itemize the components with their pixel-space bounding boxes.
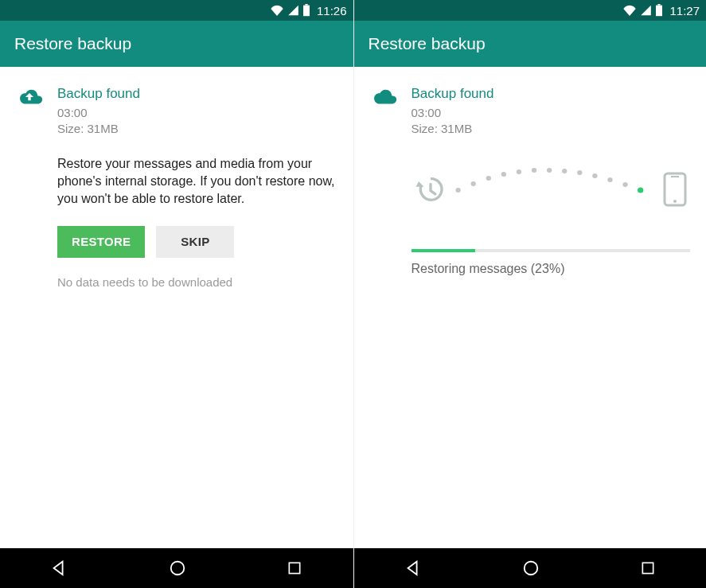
app-bar-title: Restore backup: [14, 34, 131, 53]
svg-point-16: [607, 177, 612, 182]
svg-point-18: [637, 187, 642, 193]
nav-recent-button[interactable]: [271, 552, 318, 584]
wifi-icon: [270, 5, 284, 16]
cell-signal-icon: [287, 5, 299, 16]
screen-restore-progress: 11:27 Restore backup Backup found 03:00 …: [353, 0, 707, 588]
progress-fill: [412, 249, 476, 252]
phone-icon: [663, 172, 687, 207]
transfer-dots: [450, 166, 653, 198]
content-area: Backup found 03:00 Size: 31MB: [354, 67, 707, 548]
restore-button[interactable]: RESTORE: [57, 226, 145, 258]
svg-point-7: [470, 181, 475, 186]
svg-rect-1: [305, 4, 307, 6]
progress-bar: [412, 249, 691, 252]
transfer-graphic: [412, 162, 691, 217]
cloud-upload-icon: [16, 86, 43, 289]
cell-signal-icon: [640, 5, 652, 16]
app-bar: Restore backup: [0, 21, 353, 67]
navigation-bar: [0, 548, 353, 588]
nav-home-button[interactable]: [506, 551, 556, 585]
svg-point-10: [516, 169, 521, 174]
svg-point-6: [455, 188, 460, 193]
backup-found-title: Backup found: [57, 86, 337, 102]
svg-rect-0: [303, 6, 310, 17]
svg-point-12: [546, 168, 551, 173]
svg-point-17: [622, 182, 627, 187]
no-data-text: No data needs to be downloaded: [57, 275, 337, 289]
app-bar: Restore backup: [354, 21, 707, 67]
svg-point-22: [524, 562, 537, 575]
svg-rect-4: [656, 6, 662, 17]
svg-point-2: [171, 562, 185, 575]
status-time: 11:26: [317, 4, 347, 18]
status-bar: 11:27: [354, 0, 707, 21]
nav-recent-button[interactable]: [624, 552, 672, 584]
svg-rect-23: [642, 563, 653, 573]
backup-info: Backup found 03:00 Size: 31MB Restore yo…: [57, 86, 337, 289]
progress-label: Restoring messages (23%): [412, 262, 691, 276]
skip-button[interactable]: SKIP: [156, 226, 234, 258]
backup-time: 03:00: [57, 105, 337, 121]
battery-icon: [302, 4, 310, 17]
wifi-icon: [622, 5, 637, 16]
svg-point-14: [577, 170, 582, 175]
history-icon: [415, 173, 447, 205]
nav-back-button[interactable]: [34, 551, 84, 585]
nav-home-button[interactable]: [153, 551, 202, 585]
content-area: Backup found 03:00 Size: 31MB Restore yo…: [0, 67, 353, 548]
svg-point-9: [501, 172, 505, 177]
svg-rect-3: [290, 563, 300, 573]
svg-point-11: [531, 168, 536, 173]
backup-size: Size: 31MB: [412, 121, 691, 137]
screen-restore-prompt: 11:26 Restore backup Backup found 03:00 …: [0, 0, 353, 588]
svg-rect-5: [658, 4, 661, 6]
status-bar: 11:26: [0, 0, 353, 21]
navigation-bar: [354, 548, 707, 588]
status-time: 11:27: [669, 4, 700, 18]
cloud-icon: [370, 86, 397, 276]
svg-point-20: [673, 200, 677, 203]
restore-description: Restore your messages and media from you…: [57, 155, 337, 208]
nav-back-button[interactable]: [388, 551, 438, 585]
svg-point-13: [562, 169, 567, 173]
backup-time: 03:00: [412, 105, 691, 121]
svg-point-15: [592, 173, 597, 178]
app-bar-title: Restore backup: [369, 34, 486, 53]
backup-size: Size: 31MB: [57, 121, 337, 137]
backup-found-title: Backup found: [412, 86, 691, 102]
backup-info: Backup found 03:00 Size: 31MB: [412, 86, 691, 276]
battery-icon: [655, 4, 663, 17]
svg-point-8: [486, 176, 490, 181]
